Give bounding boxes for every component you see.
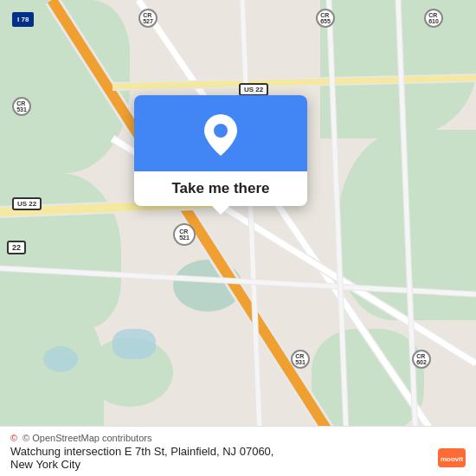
- address-text: Watchung intersection E 7th St, Plainfie…: [10, 445, 273, 471]
- road-badge-cr531-left: CR531: [12, 97, 31, 116]
- address-row: Watchung intersection E 7th St, Plainfie…: [10, 445, 466, 471]
- location-pin-icon: [204, 114, 237, 156]
- road-badge-cr527: CR527: [138, 9, 158, 28]
- road-badge-cr521: CR521: [173, 223, 196, 246]
- road-badge-22-plain: 22: [7, 241, 26, 254]
- svg-text:moovit: moovit: [441, 455, 464, 463]
- popup-label-area[interactable]: Take me there: [134, 171, 307, 203]
- osm-logo: ©: [10, 433, 17, 443]
- road-badge-cr602: CR602: [412, 350, 431, 369]
- road-badge-cr531-bot: CR531: [291, 350, 310, 369]
- road-svg: [0, 0, 476, 433]
- moovit-icon: moovit: [438, 448, 466, 467]
- map-container: I 78 CR527 CR655 CR610 US 22 CR531 US 22…: [0, 0, 476, 476]
- address-city: New York City: [10, 458, 80, 471]
- road-badge-us22-top: US 22: [239, 83, 268, 96]
- svg-line-15: [329, 0, 346, 433]
- popup-pin-area: [134, 95, 307, 171]
- svg-line-17: [398, 0, 415, 433]
- road-badge-cr610: CR610: [424, 9, 443, 28]
- bottom-bar: © © OpenStreetMap contributors Watchung …: [0, 426, 476, 476]
- osm-text: © OpenStreetMap contributors: [23, 433, 151, 443]
- road-badge-us22-left: US 22: [12, 197, 42, 210]
- road-badge-i78: I 78: [12, 12, 34, 27]
- map-popup[interactable]: Take me there: [134, 95, 307, 206]
- address-main: Watchung intersection E 7th St, Plainfie…: [10, 445, 273, 458]
- osm-attribution: © © OpenStreetMap contributors: [10, 433, 466, 443]
- take-me-there-button[interactable]: Take me there: [171, 180, 269, 197]
- road-badge-cr655: CR655: [316, 9, 335, 28]
- moovit-logo: moovit: [438, 448, 466, 467]
- svg-line-9: [113, 78, 476, 87]
- svg-point-18: [214, 124, 228, 138]
